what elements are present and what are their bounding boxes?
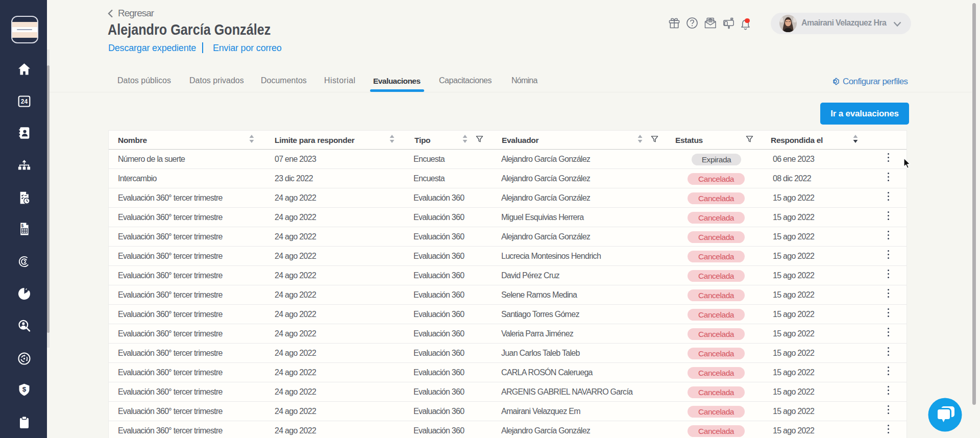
- svg-text:$: $: [21, 223, 23, 228]
- svg-text:24: 24: [21, 98, 28, 105]
- svg-text:$: $: [22, 385, 27, 393]
